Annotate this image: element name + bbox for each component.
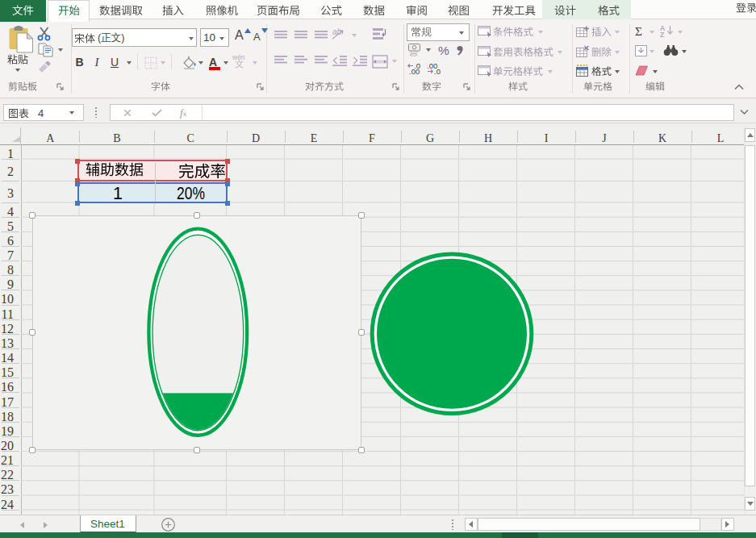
svg-text:.0: .0 — [434, 67, 441, 74]
svg-text:Z: Z — [660, 31, 664, 38]
svg-text:.00: .00 — [409, 67, 420, 74]
